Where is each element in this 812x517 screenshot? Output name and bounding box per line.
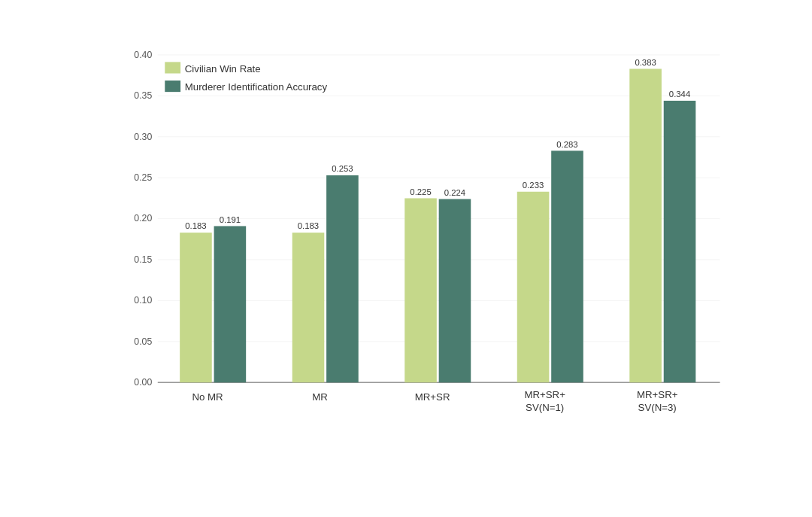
label-5-2: 0.344 — [669, 90, 690, 99]
y-tick-030: 0.30 — [134, 131, 152, 141]
chart-container: 0.00 0.05 0.10 0.15 0.20 0.25 0.30 0.35 … — [38, 26, 774, 492]
legend-icon-2 — [165, 81, 180, 92]
x-label-3: MR+SR — [415, 391, 450, 402]
label-1-1: 0.183 — [185, 221, 206, 230]
x-label-2: MR — [312, 391, 328, 402]
label-4-2: 0.283 — [556, 139, 577, 148]
label-1-2: 0.191 — [220, 214, 241, 224]
bar-5-1 — [629, 68, 662, 382]
label-2-1: 0.183 — [298, 221, 319, 230]
y-tick-025: 0.25 — [134, 172, 152, 182]
y-tick-015: 0.15 — [134, 254, 152, 264]
bar-1-1 — [180, 233, 212, 382]
x-label-1: No MR — [192, 391, 223, 402]
bar-2-1 — [292, 233, 325, 382]
x-label-5-line1: MR+SR+ — [637, 389, 678, 400]
chart-area: 0.00 0.05 0.10 0.15 0.20 0.25 0.30 0.35 … — [98, 41, 744, 439]
bar-chart: 0.00 0.05 0.10 0.15 0.20 0.25 0.30 0.35 … — [98, 41, 744, 439]
label-4-1: 0.233 — [523, 181, 544, 190]
bar-2-2 — [326, 175, 359, 382]
y-tick-005: 0.05 — [134, 336, 152, 346]
label-3-2: 0.224 — [444, 187, 465, 196]
bar-3-1 — [404, 198, 437, 382]
x-label-4-line2: SV(N=1) — [526, 402, 564, 413]
legend-icon-1 — [165, 62, 180, 73]
x-label-4-line1: MR+SR+ — [524, 389, 565, 400]
label-2-2: 0.253 — [332, 164, 353, 173]
bar-4-2 — [551, 151, 583, 382]
legend-label-1: Civilian Win Rate — [185, 62, 261, 74]
label-5-1: 0.383 — [635, 57, 656, 66]
y-tick-0: 0.00 — [134, 377, 152, 388]
bar-4-1 — [517, 191, 550, 382]
legend-label-2: Murderer Identification Accuracy — [185, 81, 328, 93]
y-tick-020: 0.20 — [134, 213, 152, 224]
y-tick-040: 0.40 — [134, 49, 152, 59]
bar-5-2 — [664, 100, 696, 382]
bar-3-2 — [439, 199, 471, 382]
y-tick-010: 0.10 — [134, 295, 152, 306]
label-3-1: 0.225 — [410, 187, 431, 196]
bar-1-2 — [214, 226, 247, 382]
x-label-5-line2: SV(N=3) — [638, 402, 677, 413]
y-tick-035: 0.35 — [134, 90, 152, 101]
